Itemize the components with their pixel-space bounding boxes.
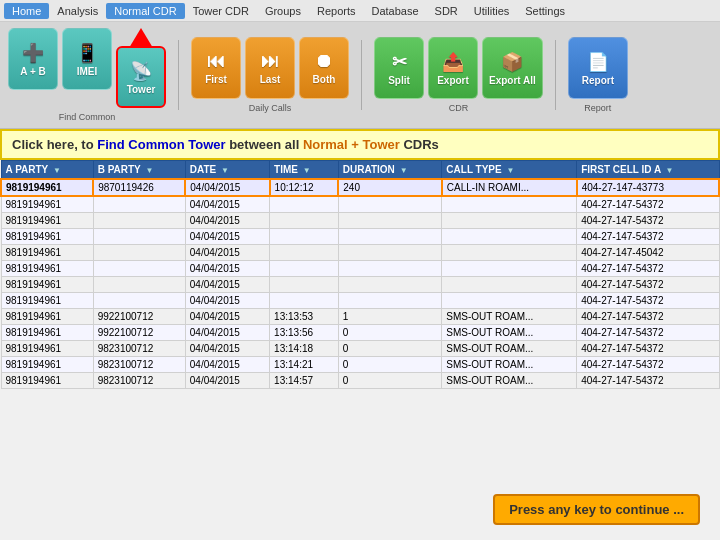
btn-export[interactable]: 📤 Export [428,37,478,99]
table-row[interactable]: 9819194961992210071204/04/201513:13:531S… [1,309,719,325]
menubar: Home Analysis Normal CDR Tower CDR Group… [0,0,720,22]
menu-sdr[interactable]: SDR [427,3,466,19]
menu-settings[interactable]: Settings [517,3,573,19]
report-label: Report [584,103,611,113]
daily-calls-section: ⏮ First ⏭ Last ⏺ Both Daily Calls [191,37,349,113]
both-icon: ⏺ [315,51,333,72]
last-icon: ⏭ [261,51,279,72]
a-plus-b-icon: ➕ [22,42,44,64]
table-row[interactable]: 9819194961992210071204/04/201513:13:560S… [1,325,719,341]
table-row[interactable]: 981919496104/04/2015404-27-147-54372 [1,277,719,293]
info-banner: Click here, to Find Common Tower between… [0,129,720,160]
data-table: A PARTY ▼ B PARTY ▼ DATE ▼ TIME ▼ DURATI… [0,160,720,389]
divider-3 [555,40,556,110]
btn-report[interactable]: 📄 Report [568,37,628,99]
first-icon: ⏮ [207,51,225,72]
menu-database[interactable]: Database [364,3,427,19]
col-a-party: A PARTY ▼ [1,161,93,180]
btn-imei[interactable]: 📱 IMEI [62,28,112,90]
btn-export-all[interactable]: 📦 Export All [482,37,543,99]
menu-tower-cdr[interactable]: Tower CDR [185,3,257,19]
arrow-indicator [129,28,153,48]
table-row[interactable]: 9819194961982310071204/04/201513:14:570S… [1,373,719,389]
menu-groups[interactable]: Groups [257,3,309,19]
tower-icon: 📡 [130,60,152,82]
table-row[interactable]: 9819194961982310071204/04/201513:14:210S… [1,357,719,373]
press-any-key-banner: Press any key to continue ... [493,494,700,525]
find-common-buttons: ➕ A + B 📱 IMEI 📡 Tower [8,28,166,108]
report-buttons: 📄 Report [568,37,628,99]
info-find-common-tower: Find Common Tower [97,137,225,152]
col-time: TIME ▼ [270,161,339,180]
btn-first[interactable]: ⏮ First [191,37,241,99]
info-text-1: Click here, to [12,137,97,152]
btn-tower[interactable]: 📡 Tower [116,46,166,108]
table-row[interactable]: 981919496104/04/2015404-27-147-54372 [1,229,719,245]
export-all-icon: 📦 [501,51,523,73]
table-row[interactable]: 9819194961982310071204/04/201513:14:180S… [1,341,719,357]
btn-a-plus-b[interactable]: ➕ A + B [8,28,58,90]
info-normal-tower: Normal + Tower [303,137,400,152]
imei-icon: 📱 [76,42,98,64]
col-first-cell-id: FIRST CELL ID A ▼ [577,161,719,180]
export-icon: 📤 [442,51,464,73]
table-row[interactable]: 9819194961987011942604/04/201510:12:1224… [1,179,719,196]
btn-both[interactable]: ⏺ Both [299,37,349,99]
col-call-type: CALL TYPE ▼ [442,161,577,180]
cdr-buttons: ✂ Split 📤 Export 📦 Export All [374,37,543,99]
split-icon: ✂ [392,51,407,73]
btn-split[interactable]: ✂ Split [374,37,424,99]
find-common-section: ➕ A + B 📱 IMEI 📡 Tower Find Common [8,28,166,122]
col-date: DATE ▼ [185,161,269,180]
table-row[interactable]: 981919496104/04/2015404-27-147-45042 [1,245,719,261]
menu-reports[interactable]: Reports [309,3,364,19]
btn-last[interactable]: ⏭ Last [245,37,295,99]
menu-analysis[interactable]: Analysis [49,3,106,19]
divider-1 [178,40,179,110]
daily-calls-label: Daily Calls [249,103,292,113]
cdr-section: ✂ Split 📤 Export 📦 Export All CDR [374,37,543,113]
info-text-2: between all [226,137,303,152]
divider-2 [361,40,362,110]
col-duration: DURATION ▼ [338,161,442,180]
report-section: 📄 Report Report [568,37,628,113]
table-row[interactable]: 981919496104/04/2015404-27-147-54372 [1,261,719,277]
info-text-3: CDRs [400,137,439,152]
menu-home[interactable]: Home [4,3,49,19]
toolbar: ➕ A + B 📱 IMEI 📡 Tower Find Common ⏮ Fir… [0,22,720,129]
table-container: A PARTY ▼ B PARTY ▼ DATE ▼ TIME ▼ DURATI… [0,160,720,389]
table-row[interactable]: 981919496104/04/2015404-27-147-54372 [1,196,719,213]
cdr-label: CDR [449,103,469,113]
find-common-label: Find Common [59,112,116,122]
report-icon: 📄 [587,51,609,73]
daily-calls-buttons: ⏮ First ⏭ Last ⏺ Both [191,37,349,99]
menu-utilities[interactable]: Utilities [466,3,517,19]
table-row[interactable]: 981919496104/04/2015404-27-147-54372 [1,293,719,309]
col-b-party: B PARTY ▼ [93,161,185,180]
table-row[interactable]: 981919496104/04/2015404-27-147-54372 [1,213,719,229]
menu-normal-cdr[interactable]: Normal CDR [106,3,184,19]
